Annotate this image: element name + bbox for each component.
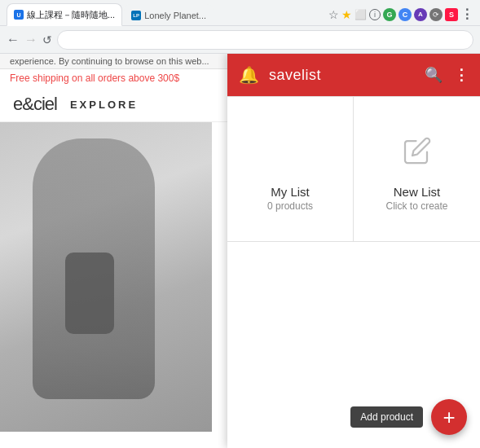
website-body — [0, 122, 212, 432]
tab2-label: Lonely Planet... — [144, 11, 206, 20]
tab-bar: U 線上課程－隨時隨地... LP Lonely Planet... ☆ ★ ⬜… — [0, 0, 480, 26]
nav-forward[interactable]: → — [24, 33, 37, 47]
nav-back[interactable]: ← — [7, 33, 20, 47]
my-list-card[interactable]: My List 0 products — [227, 97, 354, 242]
new-list-subtitle: Click to create — [385, 200, 447, 212]
ext1-icon[interactable]: G — [383, 8, 396, 21]
tab-1[interactable]: U 線上課程－隨時隨地... — [7, 3, 122, 26]
app-header: 🔔 savelist 🔍 ⋮ — [227, 54, 480, 96]
star-filled-icon[interactable]: ★ — [341, 8, 352, 21]
new-list-card[interactable]: New List Click to create — [354, 97, 480, 242]
pencil-icon — [403, 136, 432, 165]
panel-spacer — [227, 242, 480, 387]
app-title: savelist — [269, 67, 415, 84]
info-icon[interactable]: i — [369, 9, 381, 20]
more-options-icon[interactable]: ⋮ — [454, 66, 469, 84]
add-product-tooltip: Add product — [350, 406, 423, 428]
my-list-subtitle: 0 products — [267, 200, 313, 212]
ext3-icon[interactable]: A — [414, 8, 427, 21]
website-area: experience. By continuing to browse on t… — [0, 54, 480, 448]
list-grid: My List 0 products New List Click to cre… — [227, 96, 480, 242]
my-list-icon-area — [266, 126, 315, 175]
nav-refresh[interactable]: ↺ — [42, 33, 52, 46]
explore-label: EXPLORE — [70, 99, 138, 111]
savelist-ext-icon[interactable]: S — [445, 8, 458, 21]
new-list-icon-area — [393, 126, 442, 175]
address-bar[interactable] — [57, 30, 473, 50]
savelist-panel: 🔔 savelist 🔍 ⋮ My List 0 products — [227, 54, 480, 448]
tab1-label: 線上課程－隨時隨地... — [27, 9, 115, 21]
top-toolbar-icons: ☆ ★ ⬜ i G C A ⟳ S ⋮ — [328, 7, 473, 25]
new-list-name: New List — [394, 185, 441, 199]
cast-icon[interactable]: ⬜ — [354, 9, 367, 20]
add-product-area: Add product + — [227, 386, 480, 448]
brand-name: e&ciel — [13, 94, 57, 115]
browser-chrome: U 線上課程－隨時隨地... LP Lonely Planet... ☆ ★ ⬜… — [0, 0, 480, 54]
tab1-favicon: U — [14, 10, 24, 20]
add-product-fab[interactable]: + — [431, 399, 467, 435]
backpack-strap — [65, 253, 114, 334]
header-action-icons: 🔍 ⋮ — [425, 66, 469, 84]
address-bar-row: ← → ↺ — [0, 26, 480, 54]
search-icon[interactable]: 🔍 — [425, 66, 443, 84]
ext2-icon[interactable]: C — [399, 8, 412, 21]
bell-icon[interactable]: 🔔 — [239, 65, 259, 85]
star-icon[interactable]: ☆ — [328, 8, 339, 21]
ext4-icon[interactable]: ⟳ — [429, 8, 443, 21]
tab-2[interactable]: LP Lonely Planet... — [124, 4, 214, 25]
more-icon[interactable]: ⋮ — [460, 7, 473, 22]
tab2-favicon: LP — [131, 11, 141, 20]
my-list-name: My List — [271, 185, 310, 199]
